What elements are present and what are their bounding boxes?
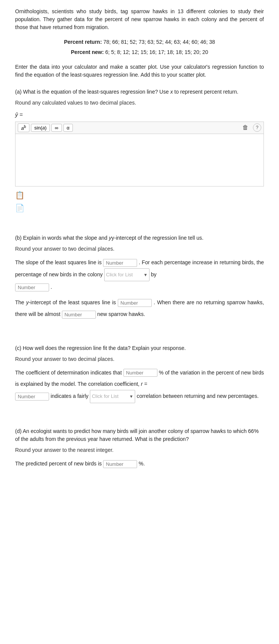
part-b-sentence1: The slope of the least squares line is .…	[15, 257, 264, 293]
part-b-label: (b) Explain in words what the slope and …	[15, 234, 264, 242]
help-button[interactable]: ?	[253, 123, 261, 132]
intro-text: Ornithologists, scientists who study bir…	[15, 8, 264, 31]
click-for-list-dropdown-c[interactable]: Click for List ▼	[90, 390, 135, 403]
part-d-prediction: The predicted percent of new birds is %.	[15, 458, 264, 470]
percent-return-line: Percent return: 78; 66; 81; 52; 73; 63; …	[15, 38, 264, 46]
yhat-display: ŷ =	[15, 111, 264, 119]
part-c-sentence1: The coefficient of determination indicat…	[15, 367, 264, 403]
part-c-round-note: Round your answer to two decimal places.	[15, 355, 264, 363]
percent-new-line: Percent new: 6; 5; 8; 12; 12; 15; 16; 17…	[15, 48, 264, 56]
part-c-label: (c) How well does the regression line fi…	[15, 344, 264, 352]
ab-button[interactable]: ab	[18, 123, 29, 132]
yintercept-number-input[interactable]	[62, 311, 96, 319]
document-icon[interactable]: 📄	[15, 202, 264, 214]
predicted-input[interactable]	[103, 460, 137, 468]
part-a-label: (a) What is the equation of the least-sq…	[15, 88, 264, 96]
formula-icon[interactable]: 📋	[15, 190, 264, 201]
part-d-round-note: Round your answer to the nearest integer…	[15, 446, 264, 454]
part-b-round-note: Round your answer to two decimal places.	[15, 245, 264, 253]
slope-by-input[interactable]	[15, 283, 49, 291]
corr-coeff-input[interactable]	[15, 393, 49, 401]
part-d-label: (d) An ecologist wants to predict how ma…	[15, 427, 264, 443]
part-a-round-note: Round any calculated values to two decim…	[15, 99, 264, 107]
infinity-button[interactable]: ∞	[51, 124, 62, 132]
slope-input[interactable]	[103, 259, 137, 267]
trash-button[interactable]: 🗑	[239, 123, 251, 132]
math-input-area[interactable]	[15, 134, 264, 186]
click-for-list-dropdown-b[interactable]: Click for List ▼	[104, 268, 150, 282]
sin-button[interactable]: sin(a)	[31, 124, 50, 132]
yintercept-input[interactable]	[118, 299, 152, 307]
part-b-sentence2: The y-intercept of the least squares lin…	[15, 297, 264, 320]
cod-input[interactable]	[123, 369, 157, 377]
alpha-button[interactable]: α	[63, 124, 73, 132]
math-toolbar: ab sin(a) ∞ α 🗑 ?	[15, 122, 264, 134]
scatter-instructions: Enter the data into your calculator and …	[15, 63, 264, 79]
icon-row: 📋 📄	[15, 190, 264, 214]
data-block: Percent return: 78; 66; 81; 52; 73; 63; …	[15, 38, 264, 56]
